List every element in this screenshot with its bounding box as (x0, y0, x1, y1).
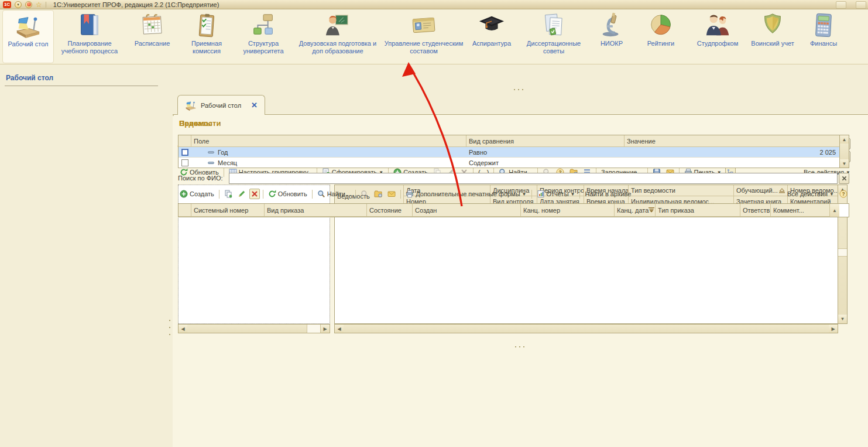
vedomosti-table-hscrollbar[interactable]: ◀ ▶ (334, 324, 838, 333)
nav-item-desktop[interactable]: Рабочий стол (2, 10, 54, 63)
nav-item-schedule[interactable]: Расписание (125, 10, 179, 63)
copy-icon (224, 190, 232, 198)
nav-item-ratings[interactable]: Рейтинги (634, 10, 687, 63)
prikazy-toolbar: Создать Обновить (178, 187, 849, 201)
svg-text:?: ? (842, 191, 845, 197)
field-item-icon (208, 151, 214, 153)
scroll-up-icon[interactable]: ▲ (840, 135, 849, 144)
cancel-search-button[interactable] (359, 189, 370, 199)
row-checkbox[interactable] (181, 149, 188, 156)
scroll-up-icon[interactable]: ▲ (830, 204, 839, 217)
copy-button[interactable] (222, 189, 234, 199)
minimize-button[interactable] (836, 1, 846, 9)
sidebar-splitter[interactable] (167, 64, 173, 447)
nav-item-admissions[interactable]: Приемная комиссия (180, 10, 233, 63)
refresh-icon (268, 190, 276, 198)
col-header (179, 204, 191, 217)
scroll-right-icon[interactable]: ▶ (321, 325, 330, 333)
nav-item-niokr[interactable]: НИОКР (590, 10, 633, 63)
dropdown-caret-icon: ▼ (571, 192, 575, 197)
nav-item-finance[interactable]: Финансы (798, 10, 849, 63)
filter-row[interactable]: Месяц Содержит (179, 157, 839, 168)
delete-x-icon (251, 190, 259, 198)
filter-comparison: Равно (466, 149, 625, 156)
nav-item-military-registration[interactable]: Воинский учет (748, 10, 797, 63)
nav-item-planning[interactable]: Планирование учебного процесса (55, 10, 124, 63)
find-button[interactable]: Найти... (315, 189, 353, 199)
col-header[interactable]: Создан (413, 204, 521, 217)
prikazy-group: Приказы Поле Вид сравнения Значение Год (173, 115, 174, 116)
calendar-icon (139, 12, 166, 39)
nav-label: Воинский учет (751, 40, 794, 47)
nav-item-dissertation-councils[interactable]: Диссертационные советы (519, 10, 589, 63)
col-header[interactable]: Поле (191, 135, 466, 147)
nav-item-postgraduate[interactable]: Аспирантура (466, 10, 517, 63)
help-icon: ? (839, 190, 848, 198)
tab-close-icon[interactable]: ✕ (251, 101, 258, 109)
group-splitter-grip-icon[interactable] (515, 346, 524, 347)
all-actions-button[interactable]: Все действия▼ (785, 189, 836, 199)
scroll-right-icon[interactable]: ▶ (829, 325, 838, 333)
table-body-empty[interactable] (335, 207, 838, 323)
favorites-star-icon[interactable]: ☆ (36, 1, 42, 8)
panel-grip-icon[interactable] (514, 89, 523, 90)
title-bar: 1С ▾ ☆ 1С:Университет ПРОФ, редакция 2.2… (0, 0, 868, 9)
col-header[interactable]: Тип приказа (656, 204, 740, 217)
edit-button[interactable] (236, 189, 248, 199)
teacher-board-icon (324, 12, 351, 39)
titlebar-separator (46, 2, 46, 8)
filter-table-vscrollbar[interactable]: ▲ ▼ (839, 135, 849, 168)
col-header[interactable]: Значение (625, 135, 839, 147)
dropdown-caret-icon: ▼ (522, 192, 527, 197)
scroll-down-icon[interactable]: ▼ (840, 159, 849, 168)
clear-x-icon (841, 175, 848, 182)
col-header[interactable]: Канц. номер (521, 204, 615, 217)
grouping-panel-hscrollbar[interactable]: ◀ ▶ (178, 324, 330, 333)
nav-item-structure[interactable]: Структура университета (234, 10, 293, 63)
graduation-cap-icon (478, 12, 505, 39)
col-header-sorted[interactable]: Канц. дата (615, 204, 656, 217)
documents-icon (540, 12, 567, 39)
filter-table: Поле Вид сравнения Значение Год Равно 2 … (178, 135, 849, 168)
close-button[interactable] (856, 1, 866, 9)
filter-row[interactable]: Год Равно 2 025 (179, 147, 839, 157)
clipboard-icon (193, 12, 220, 39)
filter-comparison: Содержит (466, 159, 625, 166)
workspace: Рабочий стол ✕ Ведомости Дата: Вид ведом… (173, 64, 868, 447)
reports-button[interactable]: Отчеты▼ (535, 189, 577, 199)
scroll-down-icon[interactable]: ▼ (838, 315, 847, 323)
main-menu-button[interactable]: ▾ (15, 1, 22, 8)
nav-item-pre-university[interactable]: Довузовская подготовка и доп образование (294, 10, 382, 63)
row-checkbox[interactable] (181, 159, 188, 166)
sort-desc-icon (649, 207, 654, 213)
clear-search-button[interactable] (839, 173, 849, 184)
extra-print-forms-button[interactable]: Дополнительные печатные формы▼ (404, 189, 528, 199)
nav-label: Аспирантура (472, 40, 511, 47)
nav-item-student-management[interactable]: Управление студенческим составом (383, 10, 465, 63)
col-header[interactable]: Вид приказа (265, 204, 367, 217)
settings-folder-button[interactable] (372, 189, 384, 199)
fio-search-label: Поиск по ФИО: (178, 175, 223, 182)
col-header[interactable]: Коммент... (771, 204, 830, 217)
fio-search-input[interactable] (229, 173, 838, 184)
nav-item-student-union[interactable]: Студпрофком (688, 10, 747, 63)
bar-chart-icon (537, 190, 545, 198)
quick-access-button[interactable] (25, 1, 32, 8)
scroll-left-icon[interactable]: ◀ (335, 325, 344, 333)
desk-lamp-icon (185, 100, 197, 111)
col-header[interactable]: Состояние (367, 204, 413, 217)
create-button[interactable]: Создать (178, 189, 216, 199)
col-header[interactable]: Ответств... (740, 204, 771, 217)
delete-button[interactable] (249, 189, 260, 199)
nav-label: Приемная комиссия (180, 40, 233, 55)
nav-label: НИОКР (601, 40, 623, 47)
col-header[interactable]: Вид сравнения (466, 135, 625, 147)
tab-desktop[interactable]: Рабочий стол ✕ (177, 95, 265, 115)
find-in-archive-button[interactable]: Найти в архиве (583, 189, 633, 199)
col-header[interactable]: Системный номер (191, 204, 265, 217)
send-button[interactable] (386, 189, 397, 199)
help-button[interactable]: ? (838, 189, 849, 199)
id-card-icon (410, 12, 437, 39)
refresh-button[interactable]: Обновить (266, 189, 309, 199)
scroll-left-icon[interactable]: ◀ (179, 325, 187, 333)
